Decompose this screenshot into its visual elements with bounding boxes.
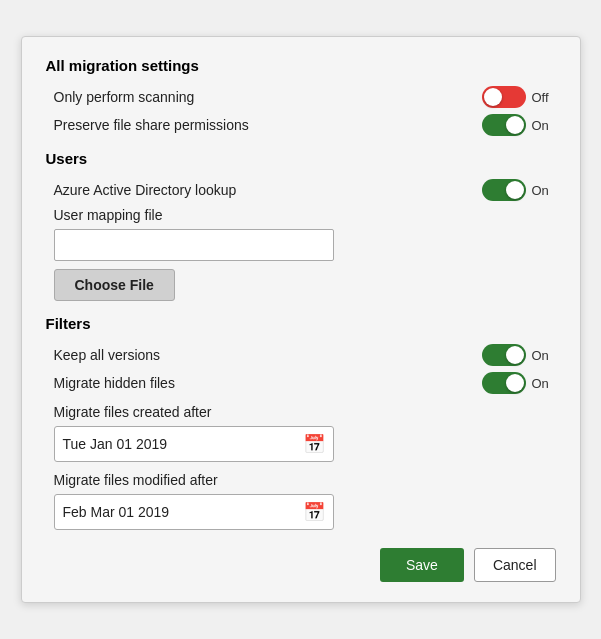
azure-ad-label: Azure Active Directory lookup	[54, 182, 237, 198]
migrate-hidden-toggle[interactable]	[482, 372, 526, 394]
keep-all-versions-row: Keep all versions On	[54, 344, 556, 366]
migrate-created-label: Migrate files created after	[54, 404, 556, 420]
migrate-modified-date-input[interactable]: Feb Mar 01 2019 📅	[54, 494, 334, 530]
migrate-hidden-toggle-group: On	[482, 372, 556, 394]
migration-settings-dialog: All migration settings Only perform scan…	[21, 36, 581, 603]
azure-ad-knob	[506, 181, 524, 199]
migrate-modified-date-value: Feb Mar 01 2019	[63, 504, 303, 520]
only-perform-scanning-label: Only perform scanning	[54, 89, 195, 105]
filters-section-title: Filters	[46, 315, 556, 332]
preserve-file-share-toggle-group: On	[482, 114, 556, 136]
keep-all-versions-toggle-group: On	[482, 344, 556, 366]
keep-all-versions-toggle[interactable]	[482, 344, 526, 366]
preserve-file-share-toggle[interactable]	[482, 114, 526, 136]
preserve-file-share-label: Preserve file share permissions	[54, 117, 249, 133]
preserve-file-share-knob	[506, 116, 524, 134]
keep-all-versions-label: Keep all versions	[54, 347, 161, 363]
dialog-footer: Save Cancel	[46, 548, 556, 582]
migrate-modified-label: Migrate files modified after	[54, 472, 556, 488]
user-mapping-input[interactable]	[54, 229, 334, 261]
save-button[interactable]: Save	[380, 548, 464, 582]
keep-all-versions-knob	[506, 346, 524, 364]
keep-all-versions-status: On	[532, 348, 556, 363]
calendar-icon-created[interactable]: 📅	[303, 433, 325, 455]
only-perform-scanning-row: Only perform scanning Off	[54, 86, 556, 108]
choose-file-button[interactable]: Choose File	[54, 269, 175, 301]
migrate-hidden-knob	[506, 374, 524, 392]
azure-ad-toggle[interactable]	[482, 179, 526, 201]
only-perform-scanning-knob	[484, 88, 502, 106]
users-section-title: Users	[46, 150, 556, 167]
all-migration-title: All migration settings	[46, 57, 556, 74]
calendar-icon-modified[interactable]: 📅	[303, 501, 325, 523]
preserve-file-share-row: Preserve file share permissions On	[54, 114, 556, 136]
migrate-created-date-input[interactable]: Tue Jan 01 2019 📅	[54, 426, 334, 462]
migrate-hidden-status: On	[532, 376, 556, 391]
migrate-hidden-row: Migrate hidden files On	[54, 372, 556, 394]
only-perform-scanning-status: Off	[532, 90, 556, 105]
migrate-hidden-label: Migrate hidden files	[54, 375, 175, 391]
only-perform-scanning-toggle[interactable]	[482, 86, 526, 108]
azure-ad-row: Azure Active Directory lookup On	[54, 179, 556, 201]
migrate-created-date-value: Tue Jan 01 2019	[63, 436, 303, 452]
azure-ad-status: On	[532, 183, 556, 198]
cancel-button[interactable]: Cancel	[474, 548, 556, 582]
only-perform-scanning-toggle-group: Off	[482, 86, 556, 108]
user-mapping-label: User mapping file	[54, 207, 556, 223]
preserve-file-share-status: On	[532, 118, 556, 133]
azure-ad-toggle-group: On	[482, 179, 556, 201]
